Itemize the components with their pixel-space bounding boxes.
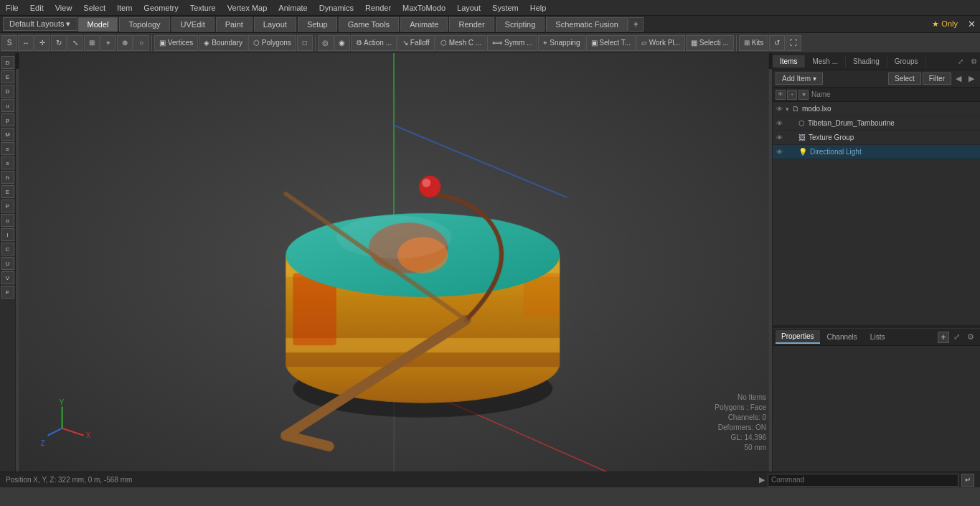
menu-select[interactable]: Select	[77, 2, 111, 14]
sidebar-btn-16[interactable]: V	[1, 271, 14, 284]
layout-dropdown[interactable]: Default Layouts ▾	[3, 17, 77, 31]
menu-animate[interactable]: Animate	[273, 2, 313, 14]
menu-help[interactable]: Help	[524, 2, 552, 14]
tb-polygons[interactable]: ⬡ Polygons	[248, 35, 296, 51]
tb-move[interactable]: ✛	[34, 35, 50, 51]
r-tab-shading[interactable]: Shading	[846, 55, 887, 67]
tb-symm[interactable]: ⟺ Symm ...	[487, 35, 537, 51]
layout-tab-animate[interactable]: Animate	[400, 17, 448, 32]
tb-mesh[interactable]: ⬡ Mesh C ...	[435, 35, 486, 51]
layout-tab-render[interactable]: Render	[449, 17, 494, 32]
sidebar-btn-9[interactable]: h	[1, 171, 14, 184]
sidebar-btn-17[interactable]: F	[1, 286, 14, 299]
col-icon-eye[interactable]: 👁	[776, 90, 786, 100]
item-expand-root[interactable]: ▾	[786, 106, 789, 113]
layout-star[interactable]: ★ Only	[926, 18, 963, 30]
tb-loop[interactable]: ○	[133, 35, 149, 51]
menu-system[interactable]: System	[486, 2, 524, 14]
col-icon-render[interactable]: ★	[798, 90, 809, 100]
layout-tab-add[interactable]: +	[628, 17, 644, 32]
sidebar-btn-8[interactable]: s	[1, 156, 14, 169]
prop-tab-channels[interactable]: Channels	[821, 331, 863, 343]
sidebar-btn-1[interactable]: D	[1, 56, 14, 69]
sidebar-btn-3[interactable]: D	[1, 85, 14, 98]
list-item-selected[interactable]: 👁 💡 Directional Light	[773, 145, 980, 159]
menu-texture[interactable]: Texture	[184, 2, 222, 14]
item-eye-root[interactable]: 👁	[774, 104, 784, 114]
tb-mode[interactable]: □	[297, 35, 313, 51]
layout-close[interactable]: ✕	[963, 17, 980, 31]
sidebar-btn-14[interactable]: C	[1, 243, 14, 256]
tb-eye2[interactable]: ◉	[334, 35, 350, 51]
menu-file[interactable]: File	[0, 2, 24, 14]
tb-snapping[interactable]: ⌖	[100, 35, 116, 51]
command-input[interactable]	[768, 474, 958, 487]
r-expand-icon[interactable]: ⤢	[955, 56, 966, 67]
col-icon-lock[interactable]: +	[787, 90, 797, 100]
menu-item[interactable]: Item	[111, 2, 138, 14]
menu-dynamics[interactable]: Dynamics	[314, 2, 359, 14]
layout-tab-scripting[interactable]: Scripting	[496, 17, 545, 32]
tb-scale[interactable]: ⤡	[67, 35, 83, 51]
sidebar-btn-4[interactable]: u	[1, 99, 14, 112]
tb-vertices[interactable]: ▣ Vertices	[154, 35, 198, 51]
tb-sym[interactable]: ⊕	[117, 35, 133, 51]
tb-snapping2[interactable]: ⌖ Snapping	[538, 35, 585, 51]
sidebar-btn-6[interactable]: M	[1, 128, 14, 141]
command-enter-button[interactable]: ↵	[961, 474, 974, 487]
r-tab-items[interactable]: Items	[773, 55, 805, 67]
r-tab-mesh[interactable]: Mesh ...	[805, 55, 846, 67]
add-item-button[interactable]: Add Item ▾	[776, 72, 823, 85]
tb-select-t[interactable]: ▣ Select T...	[586, 35, 636, 51]
tb-eye[interactable]: ◎	[318, 35, 334, 51]
tb-falloff[interactable]: ↘ Falloff	[397, 35, 435, 51]
menu-edit[interactable]: Edit	[24, 2, 50, 14]
sidebar-btn-2[interactable]: E	[1, 70, 14, 83]
sidebar-btn-15[interactable]: U	[1, 257, 14, 270]
tb-action[interactable]: ⚙ Action ...	[351, 35, 397, 51]
r-tab-groups[interactable]: Groups	[887, 55, 926, 67]
prop-tab-lists[interactable]: Lists	[864, 331, 891, 343]
item-eye-light[interactable]: 👁	[774, 147, 784, 157]
tb-fullscreen[interactable]: ⛶	[786, 35, 801, 51]
layout-tab-uvedit[interactable]: UVEdit	[171, 17, 215, 32]
layout-tab-layout[interactable]: Layout	[254, 17, 296, 32]
tb-kits[interactable]: ⊞ Kits	[739, 35, 768, 51]
tb-rotate[interactable]: ↻	[51, 35, 67, 51]
layout-tab-schematic[interactable]: Schematic Fusion	[546, 17, 627, 32]
filter-button[interactable]: Filter	[923, 72, 951, 85]
menu-vertex-map[interactable]: Vertex Map	[222, 2, 273, 14]
layout-tab-model[interactable]: Model	[78, 17, 118, 32]
layout-tab-setup[interactable]: Setup	[298, 17, 337, 32]
prop-settings-icon[interactable]: ⚙	[964, 331, 977, 343]
r-settings-icon[interactable]: ⚙	[968, 56, 980, 67]
tb-boundary[interactable]: ◈ Boundary	[199, 35, 248, 51]
list-item[interactable]: 👁 ▾ 🗋 modo.lxo	[773, 102, 980, 116]
prop-tab-properties[interactable]: Properties	[776, 330, 820, 344]
sidebar-btn-10[interactable]: E	[1, 185, 14, 198]
tb-transform[interactable]: ↔	[18, 35, 34, 51]
layout-tab-topology[interactable]: Topology	[119, 17, 169, 32]
menu-view[interactable]: View	[50, 2, 78, 14]
tb-workpl[interactable]: ▱ Work Pl...	[636, 35, 685, 51]
tb-rotate2[interactable]: ↺	[769, 35, 785, 51]
menu-geometry[interactable]: Geometry	[138, 2, 184, 14]
layout-tab-paint[interactable]: Paint	[216, 17, 253, 32]
tb-selecti[interactable]: ▦ Selecti ...	[686, 35, 734, 51]
list-item[interactable]: 👁 🖼 Texture Group	[773, 131, 980, 145]
prop-expand-icon[interactable]: ⤢	[951, 331, 963, 343]
layout-tab-gametools[interactable]: Game Tools	[339, 17, 400, 32]
menu-maxtomodo[interactable]: MaxToModo	[397, 2, 451, 14]
tb-select[interactable]: S	[1, 35, 17, 51]
menu-layout[interactable]: Layout	[451, 2, 486, 14]
sidebar-btn-11[interactable]: P	[1, 200, 14, 212]
sidebar-btn-13[interactable]: l	[1, 228, 14, 241]
item-eye-drum[interactable]: 👁	[774, 118, 784, 128]
sidebar-btn-12[interactable]: o	[1, 214, 14, 227]
sidebar-btn-7[interactable]: e	[1, 142, 14, 155]
prop-add-button[interactable]: +	[938, 332, 949, 343]
items-arrow-left[interactable]: ◀	[953, 72, 964, 85]
tb-mirror[interactable]: ⊞	[84, 35, 100, 51]
item-eye-texgrp[interactable]: 👁	[774, 133, 784, 143]
sidebar-btn-5[interactable]: p	[1, 113, 14, 126]
